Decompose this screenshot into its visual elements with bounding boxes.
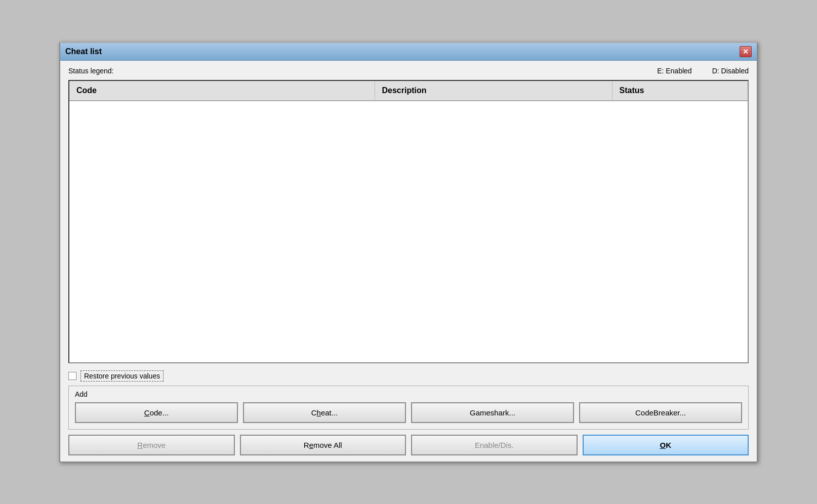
remove-label: Remove <box>137 441 166 449</box>
close-button[interactable]: ✕ <box>740 46 752 57</box>
add-gameshark-label: Gameshark... <box>470 408 515 417</box>
add-codebreaker-button[interactable]: CodeBreaker... <box>579 402 742 423</box>
add-buttons-row: Code... Cheat... Gameshark... CodeBreake… <box>75 402 742 423</box>
add-code-label: Code... <box>144 408 169 417</box>
add-gameshark-button[interactable]: Gameshark... <box>411 402 574 423</box>
remove-all-label: Remove All <box>304 441 342 449</box>
action-buttons-row: Remove Remove All Enable/Dis. OK <box>68 435 749 455</box>
dialog-body: Status legend: E: Enabled D: Disabled Co… <box>60 61 757 461</box>
table-header-row: Code Description Status <box>69 81 748 101</box>
enable-dis-button[interactable]: Enable/Dis. <box>411 435 578 455</box>
status-legend-values: E: Enabled D: Disabled <box>657 67 749 75</box>
add-code-button[interactable]: Code... <box>75 402 238 423</box>
cheat-table: Code Description Status <box>69 81 748 101</box>
restore-row: Restore previous values <box>68 370 749 382</box>
add-cheat-label: Cheat... <box>311 408 338 417</box>
window-title: Cheat list <box>65 47 102 56</box>
enable-dis-label: Enable/Dis. <box>475 441 514 449</box>
col-header-status: Status <box>612 81 748 101</box>
cheat-table-container[interactable]: Code Description Status <box>68 80 749 363</box>
remove-all-button[interactable]: Remove All <box>240 435 406 455</box>
dialog-window: Cheat list ✕ Status legend: E: Enabled D… <box>59 42 758 463</box>
title-bar: Cheat list ✕ <box>60 43 757 61</box>
remove-button[interactable]: Remove <box>68 435 235 455</box>
status-disabled-label: D: Disabled <box>712 67 749 75</box>
status-enabled-label: E: Enabled <box>657 67 692 75</box>
add-cheat-button[interactable]: Cheat... <box>243 402 406 423</box>
add-codebreaker-label: CodeBreaker... <box>635 408 686 417</box>
ok-button[interactable]: OK <box>583 435 749 455</box>
add-group-label: Add <box>75 390 742 398</box>
status-legend-label: Status legend: <box>68 67 114 75</box>
status-legend-row: Status legend: E: Enabled D: Disabled <box>68 67 749 75</box>
col-header-description: Description <box>375 81 612 101</box>
col-header-code: Code <box>69 81 375 101</box>
ok-label: OK <box>660 441 671 449</box>
restore-label: Restore previous values <box>80 370 164 382</box>
add-group: Add Code... Cheat... Gameshark... CodeBr… <box>68 386 749 430</box>
restore-checkbox[interactable] <box>68 372 76 380</box>
